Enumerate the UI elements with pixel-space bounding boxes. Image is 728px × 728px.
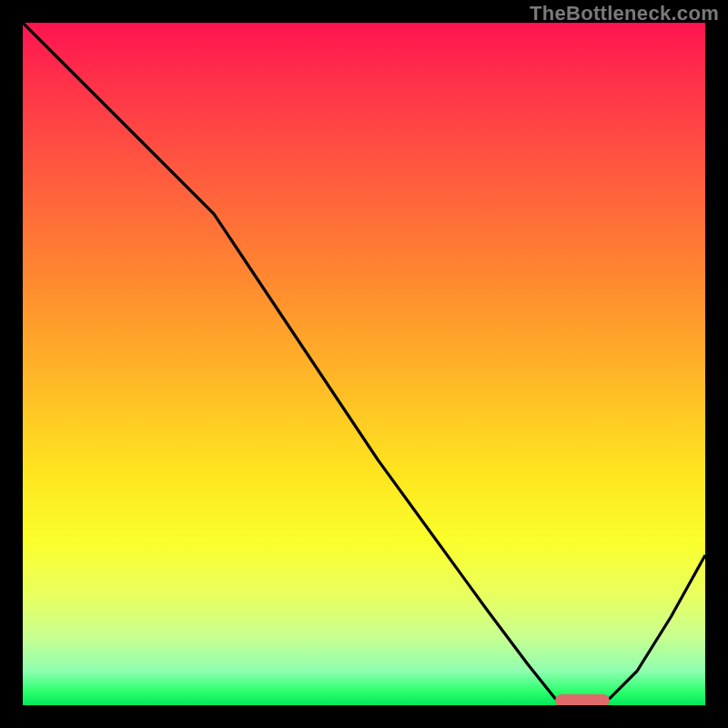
- minimum-marker: [555, 694, 610, 705]
- chart-frame: TheBottleneck.com: [0, 0, 728, 728]
- plot-area: [23, 23, 705, 705]
- bottleneck-curve-path: [23, 23, 705, 702]
- curve-svg: [23, 23, 705, 705]
